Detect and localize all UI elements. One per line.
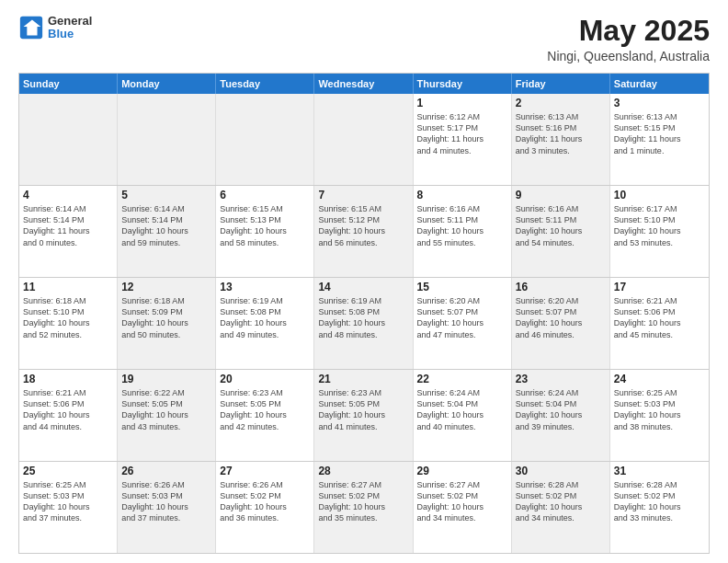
cell-info: Sunrise: 6:24 AM Sunset: 5:04 PM Dayligh… (417, 387, 507, 432)
calendar-row-3: 11Sunrise: 6:18 AM Sunset: 5:10 PM Dayli… (19, 277, 709, 369)
calendar: SundayMondayTuesdayWednesdayThursdayFrid… (18, 73, 710, 554)
calendar-cell-20: 20Sunrise: 6:23 AM Sunset: 5:05 PM Dayli… (216, 370, 314, 461)
cell-info: Sunrise: 6:15 AM Sunset: 5:12 PM Dayligh… (318, 203, 408, 248)
calendar-cell-9: 9Sunrise: 6:16 AM Sunset: 5:11 PM Daylig… (512, 186, 610, 277)
day-number: 21 (318, 373, 408, 385)
location: Ningi, Queensland, Australia (547, 49, 710, 63)
day-number: 16 (516, 281, 606, 293)
calendar-cell-15: 15Sunrise: 6:20 AM Sunset: 5:07 PM Dayli… (414, 278, 512, 369)
calendar-cell-4: 4Sunrise: 6:14 AM Sunset: 5:14 PM Daylig… (19, 186, 118, 277)
day-number: 27 (220, 465, 310, 477)
calendar-cell-19: 19Sunrise: 6:22 AM Sunset: 5:05 PM Dayli… (118, 370, 216, 461)
day-number: 6 (220, 189, 310, 201)
cell-info: Sunrise: 6:19 AM Sunset: 5:08 PM Dayligh… (220, 295, 310, 340)
header-day-saturday: Saturday (610, 74, 709, 94)
calendar-cell-18: 18Sunrise: 6:21 AM Sunset: 5:06 PM Dayli… (19, 370, 118, 461)
cell-info: Sunrise: 6:28 AM Sunset: 5:02 PM Dayligh… (614, 479, 705, 524)
cell-info: Sunrise: 6:14 AM Sunset: 5:14 PM Dayligh… (121, 203, 211, 248)
calendar-body: 1Sunrise: 6:12 AM Sunset: 5:17 PM Daylig… (19, 94, 709, 553)
calendar-cell-27: 27Sunrise: 6:26 AM Sunset: 5:02 PM Dayli… (216, 462, 314, 553)
cell-info: Sunrise: 6:27 AM Sunset: 5:02 PM Dayligh… (318, 479, 408, 524)
day-number: 28 (318, 465, 408, 477)
calendar-cell-2: 2Sunrise: 6:13 AM Sunset: 5:16 PM Daylig… (512, 94, 610, 185)
day-number: 19 (121, 373, 211, 385)
day-number: 7 (318, 189, 408, 201)
header-day-friday: Friday (512, 74, 610, 94)
cell-info: Sunrise: 6:20 AM Sunset: 5:07 PM Dayligh… (516, 295, 606, 340)
day-number: 25 (23, 465, 113, 477)
cell-info: Sunrise: 6:25 AM Sunset: 5:03 PM Dayligh… (614, 387, 705, 432)
logo: General Blue (18, 15, 92, 41)
logo-general: General (48, 15, 92, 28)
cell-info: Sunrise: 6:20 AM Sunset: 5:07 PM Dayligh… (417, 295, 507, 340)
cell-info: Sunrise: 6:22 AM Sunset: 5:05 PM Dayligh… (121, 387, 211, 432)
cell-info: Sunrise: 6:13 AM Sunset: 5:15 PM Dayligh… (614, 111, 705, 156)
cell-info: Sunrise: 6:15 AM Sunset: 5:13 PM Dayligh… (220, 203, 310, 248)
day-number: 13 (220, 281, 310, 293)
calendar-row-2: 4Sunrise: 6:14 AM Sunset: 5:14 PM Daylig… (19, 185, 709, 277)
day-number: 31 (614, 465, 705, 477)
cell-info: Sunrise: 6:24 AM Sunset: 5:04 PM Dayligh… (516, 387, 606, 432)
cell-info: Sunrise: 6:12 AM Sunset: 5:17 PM Dayligh… (417, 111, 507, 156)
cell-info: Sunrise: 6:17 AM Sunset: 5:10 PM Dayligh… (614, 203, 705, 248)
header: General Blue May 2025 Ningi, Queensland,… (18, 15, 710, 63)
calendar-cell-8: 8Sunrise: 6:16 AM Sunset: 5:11 PM Daylig… (414, 186, 512, 277)
calendar-cell-23: 23Sunrise: 6:24 AM Sunset: 5:04 PM Dayli… (512, 370, 610, 461)
calendar-cell-7: 7Sunrise: 6:15 AM Sunset: 5:12 PM Daylig… (314, 186, 413, 277)
cell-info: Sunrise: 6:13 AM Sunset: 5:16 PM Dayligh… (516, 111, 606, 156)
calendar-cell-28: 28Sunrise: 6:27 AM Sunset: 5:02 PM Dayli… (314, 462, 413, 553)
day-number: 10 (614, 189, 705, 201)
cell-info: Sunrise: 6:21 AM Sunset: 5:06 PM Dayligh… (23, 387, 113, 432)
day-number: 5 (121, 189, 211, 201)
calendar-cell-10: 10Sunrise: 6:17 AM Sunset: 5:10 PM Dayli… (610, 186, 709, 277)
calendar-cell-12: 12Sunrise: 6:18 AM Sunset: 5:09 PM Dayli… (118, 278, 216, 369)
day-number: 17 (614, 281, 705, 293)
calendar-cell-17: 17Sunrise: 6:21 AM Sunset: 5:06 PM Dayli… (610, 278, 709, 369)
day-number: 23 (516, 373, 606, 385)
calendar-cell-3: 3Sunrise: 6:13 AM Sunset: 5:15 PM Daylig… (610, 94, 709, 185)
day-number: 24 (614, 373, 705, 385)
calendar-row-1: 1Sunrise: 6:12 AM Sunset: 5:17 PM Daylig… (19, 94, 709, 185)
calendar-cell-empty (216, 94, 314, 185)
header-day-monday: Monday (118, 74, 216, 94)
logo-icon (18, 15, 44, 40)
calendar-cell-5: 5Sunrise: 6:14 AM Sunset: 5:14 PM Daylig… (118, 186, 216, 277)
cell-info: Sunrise: 6:23 AM Sunset: 5:05 PM Dayligh… (220, 387, 310, 432)
cell-info: Sunrise: 6:26 AM Sunset: 5:03 PM Dayligh… (121, 479, 211, 524)
cell-info: Sunrise: 6:18 AM Sunset: 5:09 PM Dayligh… (121, 295, 211, 340)
calendar-cell-empty (19, 94, 118, 185)
title-block: May 2025 Ningi, Queensland, Australia (547, 15, 710, 63)
cell-info: Sunrise: 6:28 AM Sunset: 5:02 PM Dayligh… (516, 479, 606, 524)
calendar-container: General Blue May 2025 Ningi, Queensland,… (0, 0, 728, 563)
calendar-cell-16: 16Sunrise: 6:20 AM Sunset: 5:07 PM Dayli… (512, 278, 610, 369)
calendar-cell-1: 1Sunrise: 6:12 AM Sunset: 5:17 PM Daylig… (414, 94, 512, 185)
header-day-wednesday: Wednesday (314, 74, 413, 94)
month-year: May 2025 (547, 15, 710, 47)
cell-info: Sunrise: 6:23 AM Sunset: 5:05 PM Dayligh… (318, 387, 408, 432)
logo-text: General Blue (48, 15, 92, 41)
calendar-cell-30: 30Sunrise: 6:28 AM Sunset: 5:02 PM Dayli… (512, 462, 610, 553)
day-number: 8 (417, 189, 507, 201)
day-number: 30 (516, 465, 606, 477)
header-day-sunday: Sunday (19, 74, 118, 94)
day-number: 4 (23, 189, 113, 201)
calendar-cell-13: 13Sunrise: 6:19 AM Sunset: 5:08 PM Dayli… (216, 278, 314, 369)
calendar-cell-empty (118, 94, 216, 185)
cell-info: Sunrise: 6:18 AM Sunset: 5:10 PM Dayligh… (23, 295, 113, 340)
calendar-cell-empty (314, 94, 413, 185)
calendar-cell-25: 25Sunrise: 6:25 AM Sunset: 5:03 PM Dayli… (19, 462, 118, 553)
calendar-cell-14: 14Sunrise: 6:19 AM Sunset: 5:08 PM Dayli… (314, 278, 413, 369)
calendar-cell-31: 31Sunrise: 6:28 AM Sunset: 5:02 PM Dayli… (610, 462, 709, 553)
cell-info: Sunrise: 6:26 AM Sunset: 5:02 PM Dayligh… (220, 479, 310, 524)
cell-info: Sunrise: 6:16 AM Sunset: 5:11 PM Dayligh… (516, 203, 606, 248)
cell-info: Sunrise: 6:27 AM Sunset: 5:02 PM Dayligh… (417, 479, 507, 524)
calendar-cell-6: 6Sunrise: 6:15 AM Sunset: 5:13 PM Daylig… (216, 186, 314, 277)
day-number: 12 (121, 281, 211, 293)
cell-info: Sunrise: 6:14 AM Sunset: 5:14 PM Dayligh… (23, 203, 113, 248)
calendar-row-5: 25Sunrise: 6:25 AM Sunset: 5:03 PM Dayli… (19, 461, 709, 553)
calendar-row-4: 18Sunrise: 6:21 AM Sunset: 5:06 PM Dayli… (19, 369, 709, 461)
cell-info: Sunrise: 6:21 AM Sunset: 5:06 PM Dayligh… (614, 295, 705, 340)
day-number: 2 (516, 97, 606, 109)
day-number: 20 (220, 373, 310, 385)
calendar-header: SundayMondayTuesdayWednesdayThursdayFrid… (19, 74, 709, 94)
